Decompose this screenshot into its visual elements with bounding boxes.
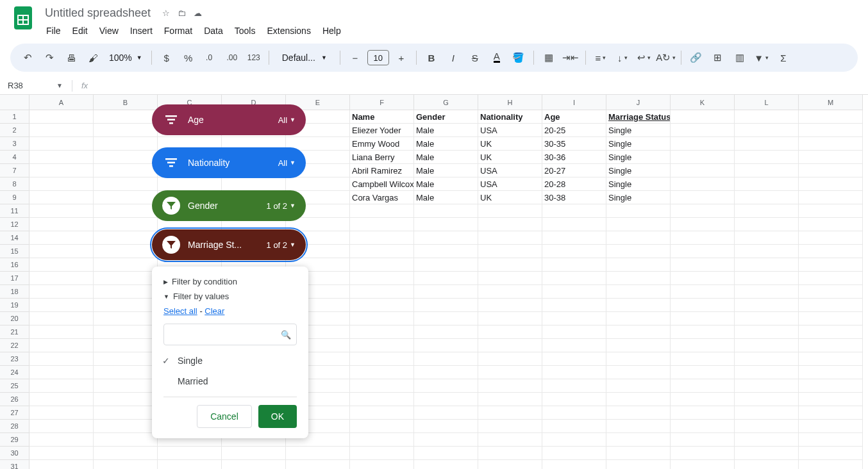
cell[interactable]: 30-35 [542,137,606,151]
cell[interactable] [606,312,671,325]
cell[interactable] [478,339,542,352]
cell[interactable] [414,325,478,339]
cell[interactable] [606,420,671,433]
cell[interactable] [542,406,606,420]
cell[interactable] [94,124,158,137]
cell[interactable] [735,272,799,285]
cell[interactable] [735,164,799,177]
cell[interactable] [478,433,542,447]
cell[interactable] [799,406,863,420]
redo-button[interactable]: ↷ [40,48,59,67]
more-formats-button[interactable]: 123 [244,48,263,67]
cell[interactable] [94,325,158,339]
row-header[interactable]: 17 [0,272,29,285]
row-header[interactable]: 29 [0,433,29,447]
cell[interactable] [671,406,735,420]
cell[interactable] [414,218,478,231]
cell[interactable] [94,258,158,272]
cell[interactable] [478,285,542,299]
cell[interactable] [29,379,94,393]
row-header[interactable]: 26 [0,393,29,406]
cell[interactable] [94,312,158,325]
cell[interactable] [478,312,542,325]
cell[interactable]: Liana Berry [350,151,414,164]
cell[interactable] [671,420,735,433]
cell[interactable] [94,285,158,299]
cell[interactable] [606,245,671,258]
cell[interactable] [478,204,542,218]
decrease-decimal-button[interactable]: .0 [201,48,220,67]
cell[interactable]: USA [478,177,542,191]
column-header[interactable]: H [478,95,542,110]
cell[interactable] [222,447,286,460]
cell[interactable] [542,312,606,325]
cell[interactable] [671,433,735,447]
cell[interactable] [94,420,158,433]
cell[interactable] [94,177,158,191]
cell[interactable] [478,460,542,469]
cell[interactable] [94,137,158,151]
cell[interactable] [671,393,735,406]
filter-button[interactable]: ▼▾ [752,48,771,67]
name-box-dropdown[interactable]: ▼ [51,82,68,89]
cell[interactable]: 20-27 [542,164,606,177]
borders-button[interactable]: ▦ [539,48,558,67]
cell[interactable] [29,366,94,379]
column-header[interactable]: I [542,95,606,110]
cell[interactable] [29,393,94,406]
cell[interactable] [414,420,478,433]
cell[interactable] [29,218,94,231]
cell[interactable] [735,325,799,339]
cell[interactable] [29,312,94,325]
cell[interactable] [671,110,735,124]
cell[interactable] [29,433,94,447]
cell[interactable] [735,406,799,420]
cell[interactable] [799,204,863,218]
menu-extensions[interactable]: Extensions [262,23,315,38]
cell[interactable] [671,191,735,204]
cell[interactable]: UK [478,191,542,204]
cell[interactable] [799,339,863,352]
cell[interactable] [350,299,414,312]
cell[interactable] [671,379,735,393]
cell[interactable] [29,272,94,285]
cell[interactable] [799,164,863,177]
cell[interactable] [735,137,799,151]
move-icon[interactable]: 🗀 [178,8,186,18]
cell[interactable] [542,231,606,245]
cell[interactable]: Cora Vargas [350,191,414,204]
cell[interactable] [478,218,542,231]
column-header[interactable]: L [735,95,799,110]
cell[interactable] [414,272,478,285]
cell[interactable] [671,218,735,231]
bold-button[interactable]: B [422,48,441,67]
cell[interactable] [671,299,735,312]
cell[interactable] [350,325,414,339]
cell[interactable] [735,433,799,447]
cell[interactable] [94,379,158,393]
cell[interactable] [606,460,671,469]
cell[interactable]: Eliezer Yoder [350,124,414,137]
cell[interactable] [414,339,478,352]
row-header[interactable]: 30 [0,447,29,460]
cell[interactable] [478,366,542,379]
cell[interactable] [799,191,863,204]
row-header[interactable]: 23 [0,352,29,366]
cell[interactable] [542,325,606,339]
zoom-select[interactable]: 100%▼ [105,53,146,63]
row-header[interactable]: 18 [0,285,29,299]
cell[interactable] [671,258,735,272]
cell[interactable] [671,339,735,352]
menu-file[interactable]: File [41,23,66,38]
cell[interactable] [94,204,158,218]
filter-search-box[interactable]: 🔍 [163,324,297,345]
cell[interactable] [671,164,735,177]
cell[interactable] [414,245,478,258]
menu-insert[interactable]: Insert [125,23,158,38]
cell[interactable] [414,447,478,460]
cell[interactable] [799,177,863,191]
cell[interactable] [542,272,606,285]
cell[interactable] [29,285,94,299]
cell[interactable] [158,447,222,460]
cell[interactable] [350,393,414,406]
